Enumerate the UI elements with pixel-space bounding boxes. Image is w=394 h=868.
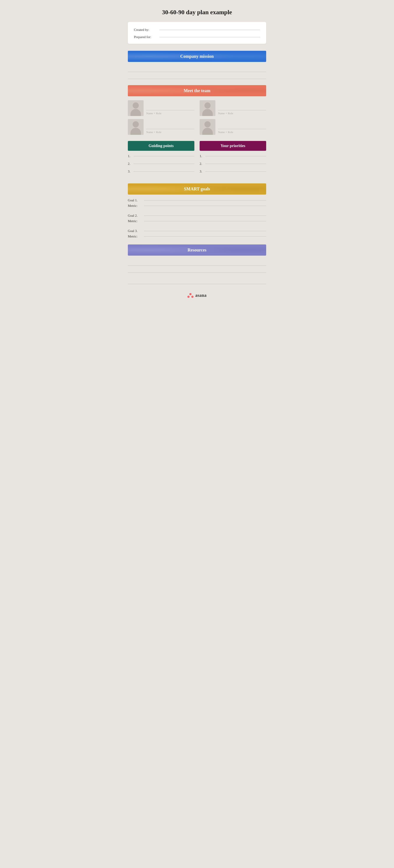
- asana-dot-top: [189, 293, 191, 295]
- goal-block-2: Goal 2. Metric:: [128, 214, 266, 223]
- goal-3-label: Goal 3.: [128, 229, 143, 233]
- metric-1-label: Metric:: [128, 204, 143, 208]
- avatar-body-2: [130, 128, 141, 135]
- goal-3-line: [144, 231, 266, 231]
- meet-the-team-banner: Meet the team: [128, 85, 266, 96]
- guiding-points-banner: Guiding points: [128, 141, 194, 151]
- member-name-line-1: [146, 105, 194, 110]
- member-info-2: Name + Role: [146, 124, 194, 135]
- avatar-body-4: [202, 128, 213, 135]
- created-by-line: [159, 30, 260, 30]
- priority-1: 1.: [200, 154, 266, 158]
- mission-line-1: [128, 66, 266, 72]
- guiding-point-2: 2.: [128, 162, 194, 166]
- company-mission-banner: Company mission: [128, 51, 266, 62]
- member-name-label-2: Name + Role: [146, 130, 194, 134]
- avatar-head-1: [133, 102, 139, 108]
- guiding-points-list: 1. 2. 3.: [128, 154, 194, 173]
- member-name-label-4: Name + Role: [218, 130, 266, 134]
- goal-1-line: [144, 200, 266, 200]
- avatar-4: [200, 119, 215, 135]
- metric-2-row: Metric:: [128, 219, 266, 223]
- avatar-body-3: [202, 109, 213, 116]
- avatar-figure-2: [128, 119, 144, 135]
- resources-lines: [128, 259, 266, 284]
- your-priorities-panel: Your priorities 1. 2. 3.: [200, 141, 266, 177]
- guiding-point-1: 1.: [128, 154, 194, 158]
- smart-goals-banner: SMART goals: [128, 183, 266, 194]
- avatar-figure-1: [128, 100, 144, 116]
- priority-2: 2.: [200, 162, 266, 166]
- resources-section: Resources: [128, 245, 266, 284]
- page-title: 30-60-90 day plan example: [128, 9, 266, 16]
- goal-3-row: Goal 3.: [128, 229, 266, 233]
- asana-brand-name: asana: [195, 293, 206, 298]
- member-name-line-4: [218, 124, 266, 129]
- asana-dot-left: [187, 296, 189, 298]
- guiding-points-panel: Guiding points 1. 2. 3.: [128, 141, 194, 177]
- info-box: Created by: Prepared for:: [128, 22, 266, 44]
- metric-2-label: Metric:: [128, 219, 143, 223]
- team-member-2: Name + Role: [128, 119, 194, 135]
- team-column-right: Name + Role Name + Role: [200, 100, 266, 135]
- created-by-row: Created by:: [134, 28, 260, 32]
- metric-3-row: Metric:: [128, 235, 266, 238]
- page-container: 30-60-90 day plan example Created by: Pr…: [118, 0, 276, 311]
- asana-footer: asana: [128, 293, 266, 298]
- team-column-left: Name + Role Name + Role: [128, 100, 194, 135]
- avatar-head-3: [205, 102, 211, 108]
- priority-1-num: 1.: [200, 154, 205, 158]
- resources-spacer: [128, 274, 266, 278]
- avatar-figure-3: [200, 100, 215, 116]
- resources-banner: Resources: [128, 245, 266, 256]
- goal-1-label: Goal 1.: [128, 198, 143, 202]
- metric-1-row: Metric:: [128, 204, 266, 208]
- guiding-point-3: 3.: [128, 169, 194, 173]
- metric-2-line: [144, 221, 266, 221]
- asana-dot-right: [191, 296, 193, 298]
- team-member-4: Name + Role: [200, 119, 266, 135]
- avatar-head-4: [205, 121, 211, 127]
- your-priorities-banner: Your priorities: [200, 141, 266, 151]
- avatar-2: [128, 119, 144, 135]
- member-info-3: Name + Role: [218, 105, 266, 116]
- metric-3-label: Metric:: [128, 235, 143, 238]
- created-by-label: Created by:: [134, 28, 158, 32]
- member-name-line-2: [146, 124, 194, 129]
- team-member-3: Name + Role: [200, 100, 266, 116]
- member-info-4: Name + Role: [218, 124, 266, 135]
- guiding-priorities-section: Guiding points 1. 2. 3. Your priorities: [128, 141, 266, 177]
- priority-3: 3.: [200, 169, 266, 173]
- meet-the-team-section: Meet the team Name + Role: [128, 85, 266, 135]
- guiding-point-3-num: 3.: [128, 169, 133, 173]
- avatar-body-1: [130, 109, 141, 116]
- metric-3-line: [144, 236, 266, 237]
- company-mission-lines: [128, 66, 266, 79]
- goal-2-row: Goal 2.: [128, 214, 266, 218]
- avatar-head-2: [133, 121, 139, 127]
- avatar-1: [128, 100, 144, 116]
- guiding-point-1-line: [133, 156, 194, 156]
- team-grid: Name + Role Name + Role: [128, 100, 266, 135]
- resources-line-3: [128, 278, 266, 284]
- goal-block-1: Goal 1. Metric:: [128, 198, 266, 208]
- your-priorities-list: 1. 2. 3.: [200, 154, 266, 173]
- mission-line-2: [128, 73, 266, 79]
- goal-2-label: Goal 2.: [128, 214, 143, 218]
- avatar-3: [200, 100, 215, 116]
- member-name-label-1: Name + Role: [146, 111, 194, 115]
- prepared-for-label: Prepared for:: [134, 35, 158, 39]
- goal-1-row: Goal 1.: [128, 198, 266, 202]
- member-name-label-3: Name + Role: [218, 111, 266, 115]
- resources-line-2: [128, 267, 266, 273]
- member-name-line-3: [218, 105, 266, 110]
- asana-logo-icon: [187, 293, 193, 298]
- team-member-1: Name + Role: [128, 100, 194, 116]
- smart-goals-section: SMART goals Goal 1. Metric: Goal 2. Metr…: [128, 183, 266, 238]
- avatar-figure-4: [200, 119, 215, 135]
- goal-block-3: Goal 3. Metric:: [128, 229, 266, 238]
- priority-2-num: 2.: [200, 162, 205, 166]
- priority-1-line: [205, 156, 266, 156]
- guiding-point-1-num: 1.: [128, 154, 133, 158]
- priority-3-num: 3.: [200, 169, 205, 173]
